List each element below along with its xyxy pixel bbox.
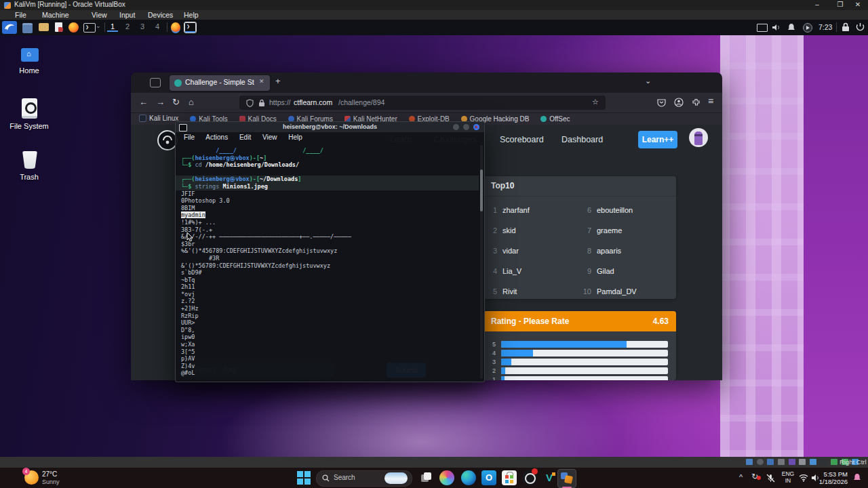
menu-input[interactable]: Input [119,11,135,19]
weather-temp[interactable]: 27°C [42,470,57,478]
workspace-window-icon[interactable] [22,23,33,33]
sync-icon[interactable]: ↻ [751,472,758,481]
rating-bar-row[interactable]: 3 [488,359,668,365]
start-button[interactable] [296,470,311,485]
list-tabs-chevron-icon[interactable]: ⌄ [645,77,651,85]
weather-condition[interactable]: Sunny [42,479,60,485]
terminal-minimize-button[interactable] [453,124,459,130]
terminal-close-button[interactable]: ✕ [473,124,479,130]
menu-devices[interactable]: Devices [148,11,173,19]
lock-icon[interactable] [258,99,265,107]
screen-record-icon[interactable] [803,23,812,33]
minimize-button[interactable]: – [808,1,826,8]
hamburger-menu-icon[interactable]: ≡ [708,96,713,106]
tab-close-icon[interactable]: ✕ [259,78,264,85]
top10-entry[interactable]: 10Pamdal_DV [578,285,672,297]
top10-entry[interactable]: 7graeme [578,224,672,236]
maximize-button[interactable]: ❐ [831,1,849,8]
firefox-taskbar-icon[interactable] [171,22,180,33]
top10-entry[interactable]: 3vidar [484,244,578,256]
weather-widget-icon[interactable]: 4 [24,470,39,485]
top10-entry[interactable]: 8apaaris [578,244,672,256]
bookmark-item[interactable]: Kali Linux [139,115,178,122]
rating-bar-row[interactable]: 4 [488,350,668,357]
new-tab-button[interactable]: + [275,76,281,86]
terminal-menu-actions[interactable]: Actions [205,134,228,141]
volume-icon[interactable] [772,23,781,32]
virtualbox-taskbar-icon[interactable] [557,469,576,488]
nav-dashboard[interactable]: Dashboard [561,135,603,144]
notifications-bell-icon[interactable] [853,473,861,482]
task-view-icon[interactable] [419,470,434,485]
kali-menu-button[interactable] [2,21,17,34]
rating-bar-row[interactable]: 5 [488,341,668,348]
top10-entry[interactable]: 6ebouteillon [578,203,672,216]
shield-icon[interactable] [246,99,254,107]
home-icon[interactable]: ⌂ [189,97,194,107]
language-indicator[interactable]: ENGIN [781,470,795,484]
chevron-down-icon[interactable]: ⌄ [96,22,101,29]
text-editor-icon[interactable] [55,22,62,32]
display-layout-icon[interactable] [757,24,768,32]
workspace-1[interactable]: 1 [107,22,118,32]
terminal-launcher-icon[interactable]: ❯ [83,23,96,33]
taskbar-clock[interactable]: 5:53 PM1/18/2026 [818,470,848,485]
dev-app-icon[interactable]: V [542,470,557,485]
obs-icon[interactable] [522,470,537,485]
back-icon[interactable]: ← [139,97,148,107]
terminal-titlebar[interactable]: heisenberg@vbox: ~/Downloads ✕ [176,122,484,132]
firefox-view-icon[interactable] [150,78,161,87]
terminal-menu-view[interactable]: View [262,134,277,141]
menu-file[interactable]: File [15,11,26,19]
rating-bar-row[interactable]: 1 [488,376,668,380]
top10-entry[interactable]: 2skid [484,224,578,236]
extensions-icon[interactable] [692,98,701,107]
lock-screen-icon[interactable] [842,22,850,32]
menu-view[interactable]: View [92,11,107,19]
terminal-taskbar-icon[interactable]: ❯ [184,22,196,33]
top10-entry[interactable]: 9Gilad [578,264,672,277]
terminal-scrollbar-thumb[interactable] [480,169,483,211]
account-icon[interactable] [674,98,684,107]
menu-help[interactable]: Help [184,11,199,19]
top10-entry[interactable]: 1zharfanf [484,203,578,216]
tray-chevron-icon[interactable]: ^ [739,473,743,481]
wifi-icon[interactable] [799,474,808,482]
close-button[interactable]: ✕ [849,1,867,8]
top10-entry[interactable]: 5Rivit [484,285,578,297]
logout-power-icon[interactable] [856,22,865,31]
file-manager-icon[interactable] [39,23,49,31]
workspace-2[interactable]: 2 [122,22,133,30]
copilot-icon[interactable] [439,470,454,485]
edge-icon[interactable] [461,470,476,485]
terminal-menu-help[interactable]: Help [288,134,302,141]
top10-entry[interactable]: 4Lia_V [484,264,578,277]
firefox-launcher-icon[interactable] [68,22,79,33]
workspace-3[interactable]: 3 [137,22,148,30]
terminal-maximize-button[interactable] [463,124,469,130]
user-avatar[interactable] [689,128,708,147]
terminal-menu-file[interactable]: File [184,134,195,141]
url-bar[interactable]: https:// ctflearn.com /challenge/894 ☆ [239,96,606,110]
terminal-menu-edit[interactable]: Edit [239,134,251,141]
mic-muted-icon[interactable] [766,474,775,483]
outlook-icon[interactable]: O [481,470,496,485]
bookmark-item[interactable]: OffSec [540,115,570,123]
search-box[interactable]: Search [316,470,412,487]
reload-icon[interactable]: ↻ [172,97,180,107]
terminal-content[interactable]: ........../____/.................../____… [176,144,479,382]
selected-text-myadmin[interactable]: myadmin [181,211,205,218]
selected-string-line[interactable]: myadmin [181,211,479,219]
browser-tab-active[interactable]: Challenge - Simple Stega ✕ [170,75,270,91]
store-icon[interactable] [502,470,517,485]
notification-bell-icon[interactable] [787,23,795,32]
panel-clock[interactable]: 7:23 [818,23,832,31]
forward-icon[interactable]: → [156,97,165,107]
pocket-icon[interactable] [657,98,666,107]
workspace-4[interactable]: 4 [152,22,163,30]
menu-machine[interactable]: Machine [42,11,69,19]
rating-bar-row[interactable]: 2 [488,367,668,374]
bookmark-star-icon[interactable]: ☆ [592,98,599,106]
learn-plus-plus-button[interactable]: Learn++ [638,131,677,148]
nav-scoreboard[interactable]: Scoreboard [500,135,544,144]
